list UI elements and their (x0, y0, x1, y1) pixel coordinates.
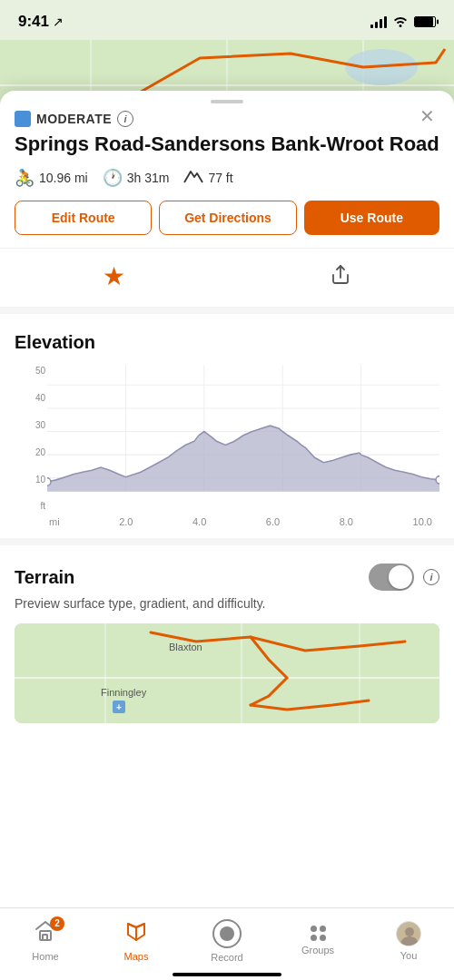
tab-you[interactable]: You (372, 921, 445, 961)
icon-row: ★ (0, 248, 454, 307)
record-icon (212, 919, 242, 948)
duration-stat: 🕐 3h 31m (103, 168, 170, 188)
share-button[interactable] (313, 258, 368, 294)
svg-point-17 (436, 476, 439, 485)
clock-icon: 🕐 (103, 168, 123, 188)
route-header: MODERATE i Springs Road-Sandersons Bank-… (0, 111, 454, 235)
tab-record[interactable]: Record (191, 919, 263, 963)
home-icon: 2 (34, 920, 57, 947)
section-divider-2 (0, 538, 454, 545)
bottom-sheet: ✕ MODERATE i Springs Road-Sandersons Ban… (0, 91, 454, 980)
svg-point-30 (405, 927, 414, 936)
groups-label: Groups (301, 945, 334, 956)
tab-bar: 2 Home Maps Record Groups (0, 907, 454, 980)
sheet-handle[interactable] (211, 100, 243, 103)
svg-text:Blaxton: Blaxton (169, 642, 202, 652)
tab-home[interactable]: 2 Home (9, 920, 82, 962)
home-indicator (173, 973, 281, 976)
svg-rect-28 (43, 935, 47, 940)
elevation-title: Elevation (15, 332, 439, 353)
duration-value: 3h 31m (127, 171, 170, 185)
star-filled-icon: ★ (103, 261, 125, 291)
terrain-section: Terrain i Preview surface type, gradient… (0, 545, 454, 738)
section-divider (0, 307, 454, 314)
difficulty-info-icon[interactable]: i (117, 111, 133, 127)
chart-x-labels: mi 2.0 4.0 6.0 8.0 10.0 (15, 514, 439, 527)
distance-stat: 🚴 10.96 mi (15, 168, 88, 188)
gps-icon: ↗ (53, 15, 64, 29)
groups-icon (311, 926, 326, 941)
maps-label: Maps (124, 951, 149, 962)
elevation-section: Elevation 50 40 30 20 10 ft (0, 314, 454, 538)
favorite-button[interactable]: ★ (86, 258, 141, 294)
svg-point-16 (47, 478, 51, 486)
status-bar: 9:41 ↗ (0, 0, 454, 40)
chart-y-labels: 50 40 30 20 10 ft (15, 366, 47, 511)
mountain-icon (183, 167, 203, 188)
terrain-toggle[interactable] (369, 564, 414, 591)
difficulty-color-square (15, 111, 31, 127)
close-button[interactable]: ✕ (414, 103, 439, 129)
home-label: Home (32, 951, 58, 962)
tab-maps[interactable]: Maps (100, 920, 173, 962)
record-label: Record (211, 952, 242, 963)
terrain-description: Preview surface type, gradient, and diff… (15, 596, 439, 611)
share-icon (330, 264, 351, 289)
terrain-title: Terrain (15, 567, 74, 588)
status-time: 9:41 (18, 13, 49, 31)
terrain-map: Blaxton Finningley + (15, 623, 439, 723)
svg-text:+: + (116, 702, 122, 712)
stats-row: 🚴 10.96 mi 🕐 3h 31m 77 ft (15, 167, 439, 188)
difficulty-label: MODERATE (36, 112, 112, 126)
maps-icon (124, 920, 148, 947)
you-label: You (400, 950, 418, 961)
you-icon (396, 921, 421, 946)
distance-value: 10.96 mi (39, 171, 88, 185)
difficulty-badge: MODERATE i (15, 111, 439, 127)
elevation-value: 77 ft (208, 171, 232, 185)
home-badge: 2 (50, 916, 64, 931)
elevation-stat: 77 ft (183, 167, 232, 188)
signal-icon (370, 15, 387, 28)
terrain-info-icon[interactable]: i (423, 569, 439, 585)
wifi-icon (392, 15, 409, 30)
cycling-icon: 🚴 (15, 168, 35, 188)
terrain-toggle-knob (389, 565, 412, 589)
route-title: Springs Road-Sandersons Bank-Wroot Road (15, 132, 439, 156)
use-route-button[interactable]: Use Route (304, 201, 439, 235)
tab-groups[interactable]: Groups (281, 926, 354, 956)
status-icons (370, 15, 436, 30)
action-buttons: Edit Route Get Directions Use Route (15, 201, 439, 235)
terrain-header: Terrain i (15, 564, 439, 591)
svg-text:Finningley: Finningley (101, 687, 147, 698)
elevation-chart: 50 40 30 20 10 ft (15, 366, 439, 529)
battery-icon (414, 16, 436, 27)
get-directions-button[interactable]: Get Directions (159, 201, 296, 235)
edit-route-button[interactable]: Edit Route (15, 201, 152, 235)
